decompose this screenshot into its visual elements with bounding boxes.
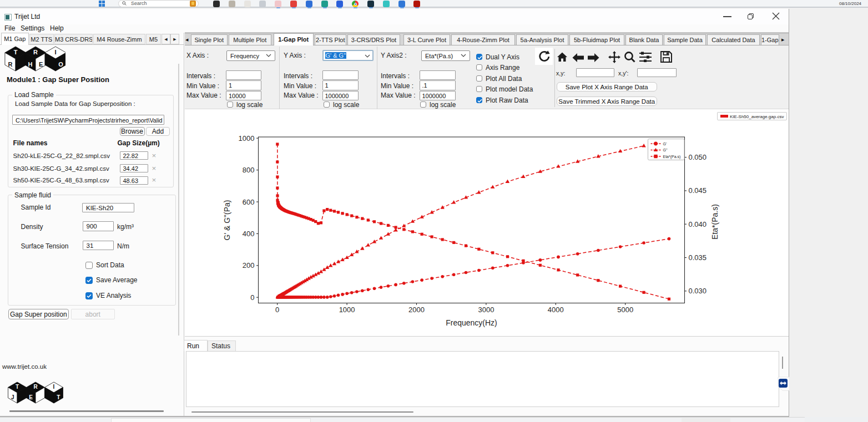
svg-text:H: H — [28, 61, 32, 68]
svg-text:E: E — [29, 394, 33, 400]
svg-text:0.045: 0.045 — [689, 186, 707, 195]
svg-text:R: R — [33, 49, 38, 55]
svg-text:T: T — [57, 394, 60, 400]
svg-text:T: T — [16, 384, 19, 390]
svg-text:E: E — [39, 61, 43, 68]
svg-text:600: 600 — [243, 198, 255, 206]
svg-text:G': G' — [663, 142, 667, 146]
svg-text:T: T — [14, 49, 18, 55]
svg-text:R: R — [33, 384, 38, 390]
svg-text:Frequency(Hz): Frequency(Hz) — [446, 318, 497, 327]
svg-text:0.050: 0.050 — [689, 153, 707, 161]
svg-text:G' & G"(Pa): G' & G"(Pa) — [223, 200, 231, 241]
svg-text:0.030: 0.030 — [689, 287, 707, 295]
svg-text:3000: 3000 — [478, 306, 494, 314]
svg-text:G'': G'' — [663, 148, 668, 152]
svg-text:1000: 1000 — [239, 134, 255, 143]
svg-text:I: I — [54, 49, 56, 55]
svg-text:2000: 2000 — [408, 306, 425, 314]
svg-text:R: R — [8, 61, 12, 68]
svg-text:5000: 5000 — [617, 306, 633, 314]
svg-text:J: J — [11, 394, 14, 400]
svg-text:1000: 1000 — [339, 306, 355, 314]
svg-text:Eta*(Pa.s): Eta*(Pa.s) — [663, 155, 681, 159]
svg-text:800: 800 — [243, 166, 255, 174]
svg-text:400: 400 — [243, 230, 255, 238]
svg-text:0.040: 0.040 — [689, 220, 707, 228]
svg-text:0: 0 — [250, 293, 254, 302]
svg-text:0: 0 — [275, 306, 279, 314]
svg-text:I: I — [53, 384, 55, 390]
svg-text:O: O — [58, 61, 63, 68]
svg-text:4000: 4000 — [548, 306, 564, 314]
svg-text:0.035: 0.035 — [689, 253, 707, 262]
svg-text:200: 200 — [243, 261, 255, 270]
svg-text:Eta*(Pa.s): Eta*(Pa.s) — [710, 204, 719, 240]
